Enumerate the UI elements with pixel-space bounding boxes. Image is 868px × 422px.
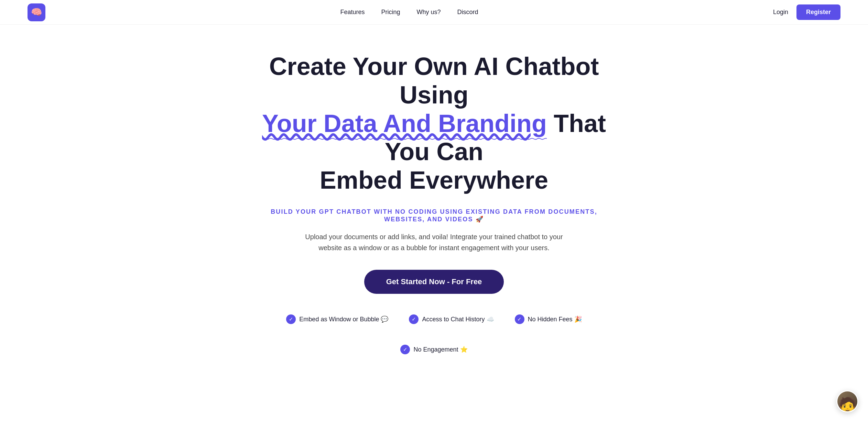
- avatar[interactable]: 🧑: [836, 390, 858, 412]
- nav-why-us[interactable]: Why us?: [416, 9, 441, 16]
- hero-title: Create Your Own AI Chatbot Using Your Da…: [259, 52, 609, 195]
- feature-fees-label: No Hidden Fees 🎉: [528, 315, 582, 323]
- cta-button[interactable]: Get Started Now - For Free: [364, 270, 504, 294]
- navbar-right: Login Register: [773, 4, 840, 20]
- hero-subtitle: BUILD YOUR GPT CHATBOT WITH NO CODING US…: [259, 208, 609, 223]
- logo[interactable]: 🧠: [28, 3, 45, 21]
- avatar-person-icon: 🧑: [838, 398, 857, 411]
- navbar-center: Features Pricing Why us? Discord: [340, 9, 478, 16]
- nav-pricing[interactable]: Pricing: [381, 9, 400, 16]
- logo-icon: 🧠: [31, 7, 42, 18]
- hero-title-part1: Create Your Own AI Chatbot Using: [269, 53, 599, 109]
- feature-embed-label: Embed as Window or Bubble 💬: [299, 315, 388, 323]
- navbar: 🧠 Features Pricing Why us? Discord Login…: [0, 0, 868, 25]
- hero-description: Upload your documents or add links, and …: [303, 231, 565, 253]
- feature-history-label: Access to Chat History ☁️: [422, 315, 494, 323]
- check-icon-embed: ✓: [286, 314, 296, 324]
- check-icon-engagement: ✓: [400, 345, 410, 354]
- feature-embed: ✓ Embed as Window or Bubble 💬: [286, 314, 388, 324]
- register-button[interactable]: Register: [796, 4, 840, 20]
- avatar-image: 🧑: [837, 391, 857, 411]
- nav-features[interactable]: Features: [340, 9, 365, 16]
- nav-discord[interactable]: Discord: [457, 9, 478, 16]
- feature-engagement-label: No Engagement ⭐: [413, 346, 467, 353]
- feature-fees: ✓ No Hidden Fees 🎉: [515, 314, 582, 324]
- check-icon-history: ✓: [409, 314, 419, 324]
- hero-section: Create Your Own AI Chatbot Using Your Da…: [245, 25, 623, 375]
- check-icon-fees: ✓: [515, 314, 524, 324]
- hero-title-highlight: Your Data And Branding: [262, 110, 547, 137]
- feature-engagement: ✓ No Engagement ⭐: [400, 345, 467, 354]
- navbar-left: 🧠: [28, 3, 45, 21]
- features-row: ✓ Embed as Window or Bubble 💬 ✓ Access t…: [259, 314, 609, 354]
- feature-history: ✓ Access to Chat History ☁️: [409, 314, 494, 324]
- login-button[interactable]: Login: [773, 9, 788, 16]
